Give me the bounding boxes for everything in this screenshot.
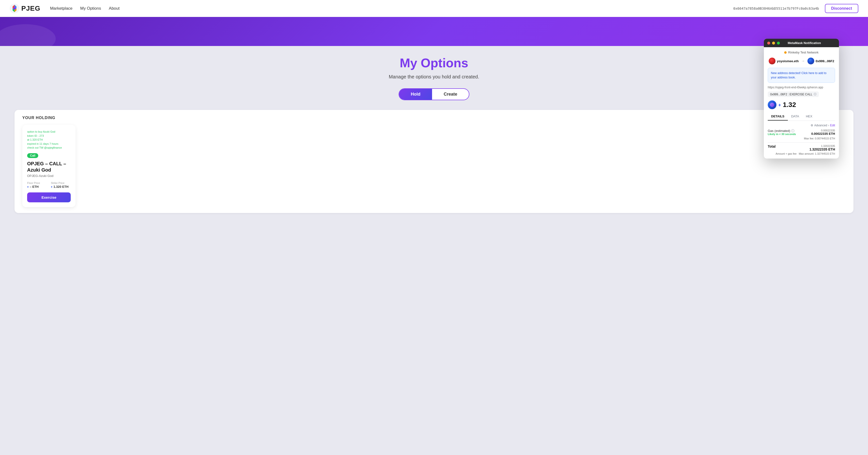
holding-section: YOUR HOLDING option to buy Azuki God tok…	[14, 110, 854, 213]
mm-separator: ›	[828, 124, 829, 127]
tab-create[interactable]: Create	[432, 89, 469, 100]
mm-tabs: DETAILS DATA HEX	[768, 112, 835, 121]
nav-my-options[interactable]: My Options	[80, 6, 101, 11]
eth-symbol-strike: ♦	[51, 185, 53, 189]
floor-price-value: ♦ – ETH	[27, 185, 47, 189]
strike-price-col: Strike Price ♦ 1.320 ETH	[51, 182, 71, 189]
page-title: My Options	[14, 56, 854, 70]
nav-about[interactable]: About	[109, 6, 119, 11]
card-desc-line4: expired in 11 days 7 hours	[27, 142, 71, 146]
mm-advanced-row: ⚙ Advanced › Edit	[768, 124, 835, 127]
mm-site-url: https://opjeg-front-end-l0wekp.spheron.a…	[768, 86, 835, 89]
strike-price-label: Strike Price	[51, 182, 71, 185]
mm-gas-label-col: Gas (estimated) i Likely in < 30 seconds	[768, 129, 796, 135]
mm-transfer-arrow: →	[801, 59, 805, 63]
mm-to-avatar	[807, 58, 814, 64]
tab-hold[interactable]: Hold	[399, 89, 432, 100]
mm-network-row: Rinkeby Test Network	[768, 51, 835, 54]
mm-max-amount-value: 1.32744515 ETH	[815, 152, 835, 155]
hero-banner	[0, 17, 868, 46]
mm-eth-icon: ♦	[778, 102, 781, 108]
cards-grid: option to buy Azuki God token ID - 273 a…	[22, 125, 846, 207]
mm-total-label: Total	[768, 144, 775, 149]
mm-tab-details[interactable]: DETAILS	[768, 112, 788, 121]
mm-gas-small: 0.00022335	[811, 129, 835, 132]
disconnect-button[interactable]: Disconnect	[825, 4, 858, 13]
logo-area: PJEG	[10, 4, 40, 13]
mm-from-account: yoyoismee.eth	[769, 58, 799, 64]
floor-price-label: Floor Price	[27, 182, 47, 185]
gas-info-icon: i	[791, 129, 795, 132]
mm-gas-row: Gas (estimated) i Likely in < 30 seconds…	[768, 129, 835, 135]
eth-symbol-floor: ♦	[27, 185, 29, 189]
mm-maxfee-value: 0.00744515 ETH	[815, 137, 835, 140]
mm-to-label: 0x999...06F2	[816, 59, 834, 63]
strike-price-text: 1.320 ETH	[54, 185, 68, 189]
mm-eth-ball	[768, 100, 776, 109]
logo-text: PJEG	[21, 5, 40, 12]
mm-maxamount: Amount + gas fee Max amount: 1.32744515 …	[775, 152, 835, 155]
floor-price-col: Floor Price ♦ – ETH	[27, 182, 47, 189]
mm-contract-text: 0x999...06F2 : EXERCISE CALL	[770, 93, 812, 96]
mm-total-small: 1.32022335	[775, 144, 835, 148]
mm-details-content: ⚙ Advanced › Edit Gas (estimated) i Like…	[768, 124, 835, 155]
holding-title: YOUR HOLDING	[22, 116, 846, 120]
mm-from-avatar	[769, 58, 775, 64]
mm-gas-main: 0.00022335 ETH	[811, 132, 835, 135]
mm-maxfee-row: Max fee: 0.00744515 ETH	[768, 137, 835, 140]
floor-price-text: – ETH	[30, 185, 39, 189]
mm-titlebar: MetaMask Notification	[764, 39, 839, 47]
toggle-container: Hold Create	[399, 88, 469, 100]
strike-price-value: ♦ 1.320 ETH	[51, 185, 71, 189]
pjeg-logo-icon	[10, 4, 20, 13]
mm-total-values: 1.32022335 1.32022335 ETH Amount + gas f…	[775, 144, 835, 155]
mm-gas-values: 0.00022335 0.00022335 ETH	[811, 129, 835, 135]
mm-likely: Likely in < 30 seconds	[768, 133, 796, 135]
mm-close-dot[interactable]	[767, 42, 770, 44]
mm-maxfee-label: Max fee:	[804, 137, 814, 140]
mm-to-account: 0x999...06F2	[807, 58, 834, 64]
option-card: option to buy Azuki God token ID - 273 a…	[22, 125, 75, 207]
mm-gas-label: Gas (estimated) i	[768, 129, 796, 133]
mm-eth-inner	[770, 103, 774, 107]
gear-icon: ⚙	[811, 124, 813, 127]
page-subtitle: Manage the options you hold and created.	[14, 74, 854, 79]
main-content: My Options Manage the options you hold a…	[0, 46, 868, 230]
call-badge: Call	[27, 153, 38, 158]
mm-tab-data[interactable]: DATA	[788, 112, 803, 121]
network-dot	[784, 51, 786, 54]
mm-amount-row: ♦ 1.32	[768, 100, 835, 109]
mm-accounts: yoyoismee.eth → 0x999...06F2	[768, 58, 835, 64]
exercise-button[interactable]: Exercise	[27, 192, 71, 202]
mm-from-label: yoyoismee.eth	[777, 59, 799, 63]
gas-estimated-text: (estimated)	[775, 129, 790, 133]
mm-tab-hex[interactable]: HEX	[802, 112, 816, 121]
gas-text: Gas	[768, 129, 774, 133]
mm-title: MetaMask Notification	[773, 41, 836, 45]
mm-total-main: 1.32022335 ETH	[775, 148, 835, 151]
main-nav: Marketplace My Options About	[50, 6, 733, 11]
mm-total-row: Total 1.32022335 1.32022335 ETH Amount +…	[768, 144, 835, 155]
card-desc-line3: at 1.320 ETH	[27, 138, 71, 142]
card-desc-line2: token ID - 273	[27, 134, 71, 138]
mm-edit-link[interactable]: Edit	[830, 124, 835, 127]
mm-advanced-link[interactable]: Advanced	[814, 124, 827, 127]
mm-contract-badge: 0x999...06F2 : EXERCISE CALL ⓘ	[768, 92, 819, 97]
nav-marketplace[interactable]: Marketplace	[50, 6, 73, 11]
card-desc-line5: check out TW @opjegfinance	[27, 146, 71, 150]
mm-amount: 1.32	[783, 101, 796, 109]
wallet-address: 0x6647a7858a0B3846AbD5511e7b797Fc0a0c63a…	[733, 6, 819, 10]
metamask-popup: MetaMask Notification Rinkeby Test Netwo…	[764, 39, 839, 159]
mm-max-amount-label: Max amount:	[799, 152, 814, 155]
card-desc-line1: option to buy Azuki God	[27, 130, 71, 134]
card-title-line2: Azuki God	[27, 167, 51, 172]
card-description: option to buy Azuki God token ID - 273 a…	[27, 130, 71, 150]
mm-notice[interactable]: New address detected! Click here to add …	[768, 68, 835, 83]
mm-body: Rinkeby Test Network yoyoismee.eth → 0x9…	[764, 47, 839, 159]
tab-toggle: Hold Create	[14, 88, 854, 100]
card-subtitle: OPJEG-Azuki God	[27, 174, 71, 177]
card-title: OPJEG – CALL – Azuki God	[27, 160, 71, 173]
info-icon: ⓘ	[814, 93, 816, 96]
card-title-line1: OPJEG – CALL –	[27, 161, 66, 166]
mm-amount-gas-label: Amount + gas fee	[775, 152, 797, 155]
